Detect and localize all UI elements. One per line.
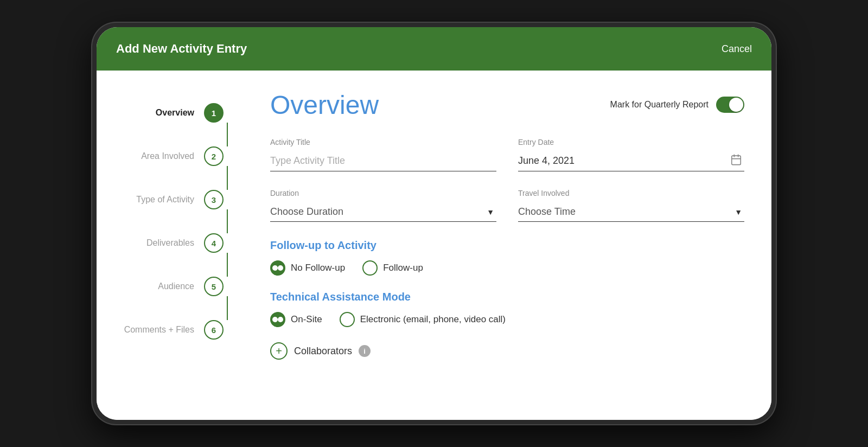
step-circle-5: 5: [204, 277, 224, 296]
sidebar-step-label-5: Audience: [124, 282, 194, 291]
radio-circle-onsite: [270, 312, 285, 327]
sidebar-item-deliverables[interactable]: Deliverables 4: [124, 233, 238, 253]
entry-date-group: Entry Date: [518, 138, 744, 171]
sidebar-item-type[interactable]: Type of Activity 3: [124, 190, 238, 209]
radio-circle-no-followup: [270, 260, 285, 276]
line-3: [227, 209, 228, 233]
radio-circle-followup: [362, 260, 378, 276]
radio-no-followup[interactable]: No Follow-up: [270, 260, 345, 276]
step-circle-6: 6: [204, 320, 224, 340]
collaborators-label: Collaborators: [294, 346, 352, 357]
toggle-knob: [729, 98, 743, 112]
tablet-inner: Add New Activity Entry Cancel Overview 1: [97, 27, 771, 420]
form-row-1: Activity Title Entry Date: [270, 138, 744, 171]
form-row-2: Duration Choose Duration ▼ Travel Involv…: [270, 189, 744, 222]
travel-group: Travel Involved Choose Time ▼: [518, 189, 744, 222]
radio-circle-electronic: [340, 312, 355, 327]
sidebar-step-label-1: Overview: [124, 108, 194, 118]
duration-select-wrapper: Choose Duration ▼: [270, 202, 496, 222]
svg-rect-0: [732, 156, 741, 165]
duration-group: Duration Choose Duration ▼: [270, 189, 496, 222]
line-2: [227, 166, 228, 190]
radio-dot-onsite: [272, 317, 278, 322]
followup-section: Follow-up to Activity No Follow-up Follo…: [270, 239, 744, 276]
sidebar-item-comments[interactable]: Comments + Files 6: [124, 320, 238, 340]
connector-3: [124, 209, 238, 233]
activity-title-input[interactable]: [270, 151, 496, 171]
followup-title: Follow-up to Activity: [270, 239, 744, 252]
duration-select[interactable]: Choose Duration: [270, 202, 496, 222]
ta-mode-title: Technical Assistance Mode: [270, 291, 744, 303]
radio-electronic[interactable]: Electronic (email, phone, video call): [340, 312, 506, 327]
radio-label-electronic: Electronic (email, phone, video call): [360, 314, 506, 325]
step-circle-2: 2: [204, 146, 224, 166]
overview-header: Overview Mark for Quarterly Report: [270, 92, 744, 118]
step-circle-4: 4: [204, 233, 224, 253]
sidebar-item-area[interactable]: Area Involved 2: [124, 146, 238, 166]
ta-mode-section: Technical Assistance Mode On-Site Electr…: [270, 291, 744, 327]
sidebar-step-label-2: Area Involved: [124, 151, 194, 161]
travel-label: Travel Involved: [518, 189, 744, 197]
main-content: Overview Mark for Quarterly Report Activ…: [248, 71, 771, 420]
entry-date-input[interactable]: [518, 151, 744, 171]
app-title: Add New Activity Entry: [116, 42, 247, 56]
sidebar-step-label-4: Deliverables: [124, 238, 194, 248]
quarterly-toggle-area: Mark for Quarterly Report: [610, 97, 744, 113]
app-body: Overview 1 Area Involved 2: [97, 71, 771, 420]
connector-4: [124, 253, 238, 277]
radio-onsite[interactable]: On-Site: [270, 312, 322, 327]
collaborators-info-icon[interactable]: i: [359, 345, 371, 357]
activity-title-group: Activity Title: [270, 138, 496, 171]
line-4: [227, 253, 228, 277]
sidebar-item-overview[interactable]: Overview 1: [124, 103, 238, 123]
radio-label-followup: Follow-up: [383, 263, 423, 273]
sidebar-step-label-6: Comments + Files: [124, 325, 194, 335]
followup-radio-group: No Follow-up Follow-up: [270, 260, 744, 276]
entry-date-label: Entry Date: [518, 138, 744, 146]
sidebar-item-audience[interactable]: Audience 5: [124, 277, 238, 296]
tablet-frame: Add New Activity Entry Cancel Overview 1: [92, 23, 776, 424]
quarterly-label: Mark for Quarterly Report: [610, 100, 709, 110]
quarterly-toggle[interactable]: [716, 97, 744, 113]
overview-title: Overview: [270, 92, 379, 118]
add-collaborator-button[interactable]: +: [270, 342, 288, 360]
radio-followup[interactable]: Follow-up: [362, 260, 423, 276]
duration-label: Duration: [270, 189, 496, 197]
travel-select-wrapper: Choose Time ▼: [518, 202, 744, 222]
steps-list: Overview 1 Area Involved 2: [124, 103, 238, 340]
step-circle-1: 1: [204, 103, 224, 123]
travel-select[interactable]: Choose Time: [518, 202, 744, 222]
app-header: Add New Activity Entry Cancel: [97, 27, 771, 71]
line-1: [227, 123, 228, 146]
sidebar: Overview 1 Area Involved 2: [97, 71, 248, 420]
connector-2: [124, 166, 238, 190]
radio-dot-no-followup: [272, 265, 278, 271]
activity-title-label: Activity Title: [270, 138, 496, 146]
line-5: [227, 296, 228, 320]
entry-date-wrapper: [518, 151, 744, 171]
calendar-icon[interactable]: [730, 154, 742, 169]
cancel-button[interactable]: Cancel: [722, 43, 752, 55]
radio-label-onsite: On-Site: [291, 314, 322, 325]
connector-1: [124, 123, 238, 146]
radio-label-no-followup: No Follow-up: [291, 263, 345, 273]
connector-5: [124, 296, 238, 320]
collaborators-row: + Collaborators i: [270, 342, 744, 360]
ta-radio-group: On-Site Electronic (email, phone, video …: [270, 312, 744, 327]
step-circle-3: 3: [204, 190, 224, 209]
sidebar-step-label-3: Type of Activity: [124, 195, 194, 205]
